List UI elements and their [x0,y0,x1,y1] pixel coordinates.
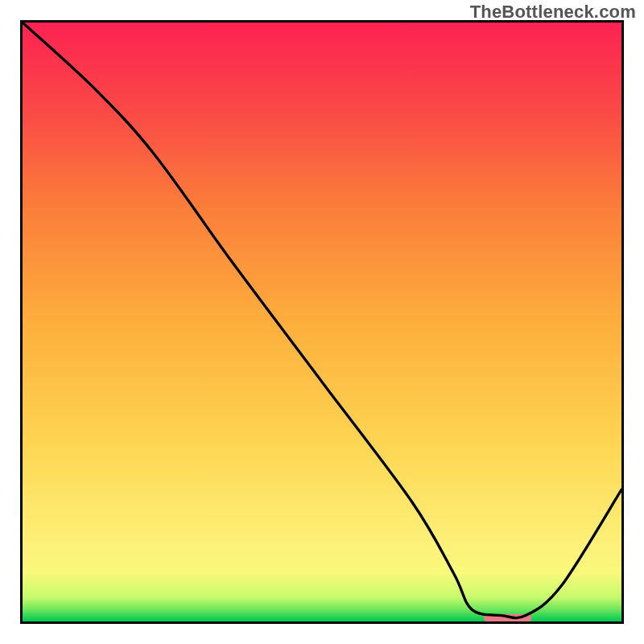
chart-svg [23,23,621,621]
gradient-background [23,23,621,621]
chart-frame: TheBottleneck.com [0,0,644,644]
plot-area [20,20,624,624]
